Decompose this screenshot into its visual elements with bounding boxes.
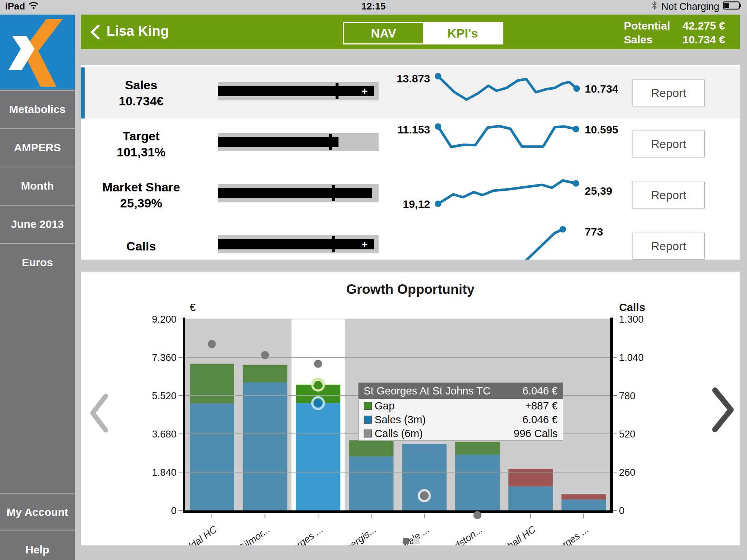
sidebar-item-ampers[interactable]: AMPERS [0,128,75,166]
kpi-row-target[interactable]: Target101,31%94.69%11.15310.595Report [81,118,740,170]
calls-dot[interactable] [261,351,269,359]
y-left-tick: 3.680 [152,429,177,440]
spark-start-value: 11.153 [389,118,434,170]
sidebar-item-euros[interactable]: Euros [0,243,75,281]
kpi-row-market-share[interactable]: Market Share25,39%19.74%19,1225,39Report [81,170,740,221]
tooltip-row: Calls (6m)996 Calls [359,427,563,440]
sparkline [434,173,580,217]
y-right-axis-title: Calls [619,301,645,313]
header-sales-value: 10.734 € [682,33,725,47]
kpi-name: Calls [126,238,156,254]
bullet-track: 94.69% [218,133,379,151]
x-axis-label: Myshall HC [491,524,538,545]
kpi-label: Calls [88,221,194,260]
kpi-name: Target [123,128,159,144]
y-right-tick: 520 [619,429,635,440]
y-right-tick: 1.040 [619,352,644,363]
bullet-plus-marker: + [361,238,368,250]
sparkline-block: 11.15310.595 [389,118,630,170]
report-button[interactable]: Report [632,182,705,209]
x-axis-label: St Georges ... [270,524,325,545]
report-button[interactable]: Report [632,131,705,158]
y-left-axis-title: € [190,301,196,313]
sidebar-item-help[interactable]: Help [0,530,75,560]
tooltip-title: St Georges At St Johns TC [364,385,522,397]
page-dot-active[interactable] [403,538,409,544]
sidebar-item-month[interactable]: Month [0,167,75,204]
bullet-track: 19.74% [218,184,379,202]
legend-swatch-icon [364,416,372,424]
tooltip-row: Sales (3m)6.046 € [359,413,563,427]
report-button[interactable]: Report [632,79,705,106]
selected-sales-dot[interactable] [314,399,322,407]
y-right-tick: 260 [619,467,635,478]
sidebar-item-metabolics[interactable]: Metabolics [0,90,75,128]
sparkline [434,71,580,115]
x-axis-label: Roundston... [433,524,485,545]
kpi-panel: Sales10.734€+4.843€13.87310.734ReportTar… [81,65,740,260]
back-button[interactable] [89,24,101,40]
tab-kpis[interactable]: KPI's [423,23,502,43]
spark-start-value: 13.873 [389,67,434,118]
bluetooth-icon [651,1,658,13]
tab-nav[interactable]: NAV [344,23,423,43]
chart-tooltip: St Georges At St Johns TC 6.046 € Gap+88… [359,383,563,440]
selected-row-accent [81,67,85,118]
y-left-tick: 9.200 [152,314,177,325]
app-screen: iPad 12:15 Not Charging [0,0,747,560]
bullet-target-marker [329,134,332,150]
calls-dot[interactable] [208,340,216,348]
sidebar-item-june-2013[interactable]: June 2013 [0,205,75,242]
sidebar: MetabolicsAMPERSMonthJune 2013EurosMy Ac… [0,15,75,560]
calls-dot[interactable] [420,492,428,500]
calls-dot[interactable] [473,511,481,519]
chart-page-indicator [403,538,419,544]
spark-end-value: 10.734 [580,67,630,118]
tooltip-series-label: Calls (6m) [375,428,514,440]
battery-icon [723,1,742,13]
header-bar: Lisa King NAV KPI's Potential 42.275 € S… [81,15,740,49]
legend-swatch-icon [364,429,372,438]
spark-start-value [389,221,434,260]
kpi-value: 10.734€ [119,93,164,109]
spark-start-value: 19,12 [389,170,434,221]
bullet-fill [218,137,338,147]
sparkline-block: 773 [389,221,630,260]
y-left-tick: 7.360 [152,352,177,363]
sparkline-block: 19,1225,39 [389,170,630,221]
sparkline [434,224,580,260]
potential-value: 42.275 € [682,19,725,33]
bullet-target-marker [336,83,338,99]
tooltip-series-label: Gap [375,400,525,412]
kpi-name: Market Share [102,179,180,195]
report-button[interactable]: Report [632,233,705,260]
header-metrics: Potential 42.275 € Sales 10.734 € [624,19,725,47]
spark-end-value: 25,39 [580,170,630,221]
bullet-chart: 94.69% [198,118,380,170]
xing-logo[interactable] [0,15,75,89]
clock: 12:15 [0,1,747,12]
dim-overlay-left [185,319,291,510]
battery-status-label: Not Charging [661,1,719,12]
bullet-target-marker [332,185,335,201]
chart-next-button[interactable] [710,387,736,434]
page-dot-inactive[interactable] [413,538,419,544]
y-right-tick: 1.300 [619,314,644,325]
kpi-row-sales[interactable]: Sales10.734€+4.843€13.87310.734Report [81,67,740,118]
y-left-tick: 0 [171,505,177,516]
bullet-chart: + [198,221,380,260]
kpi-name: Sales [125,77,158,93]
bullet-track: + [218,235,379,253]
chart-prev-button[interactable] [88,393,110,435]
selected-gap-dot[interactable] [314,381,322,389]
tooltip-series-value: 6.046 € [522,414,558,426]
y-left-tick: 5.520 [152,390,177,401]
sidebar-item-my-account[interactable]: My Account [0,493,75,530]
bullet-plus-marker: + [361,85,368,97]
tooltip-series-value: +887 € [525,400,558,412]
kpi-row-calls[interactable]: Calls+773Report [81,221,740,260]
kpi-value: 25,39% [120,195,162,211]
calls-dot[interactable] [314,360,322,368]
bar-segment[interactable] [296,403,340,510]
status-bar: iPad 12:15 Not Charging [0,0,747,12]
